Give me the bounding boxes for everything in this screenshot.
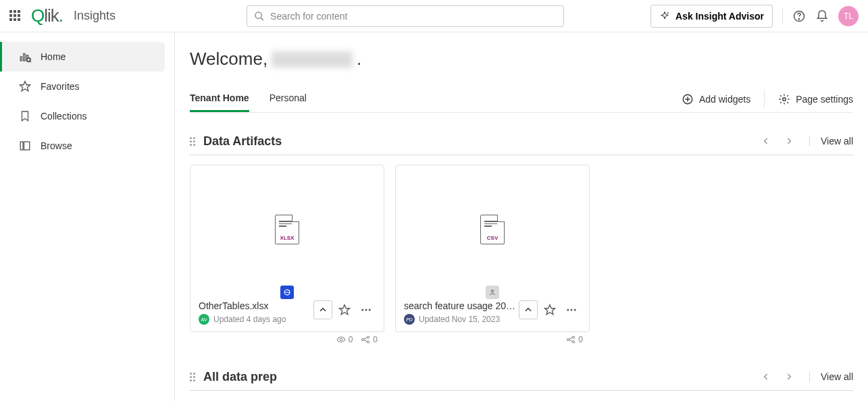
app-section-title: Insights <box>74 9 116 23</box>
owner-avatar-icon: PD <box>404 314 415 325</box>
chevron-right-icon <box>784 372 794 381</box>
more-icon <box>565 304 578 316</box>
card-updated: Updated Nov 15, 2023 <box>419 315 500 324</box>
chevron-up-icon <box>524 305 533 315</box>
notifications-button[interactable] <box>815 9 829 23</box>
card-preview: CSV <box>396 165 589 294</box>
search-box[interactable] <box>247 5 564 27</box>
welcome-username-redacted <box>272 51 353 68</box>
browse-icon <box>19 140 31 152</box>
search-input[interactable] <box>270 11 557 22</box>
usage-count: 0 <box>361 335 378 344</box>
lineage-icon <box>566 335 576 344</box>
card-footer: 0 <box>395 332 590 348</box>
more-button[interactable] <box>562 300 581 319</box>
sidebar: Home Favorites Collections Browse <box>0 32 175 401</box>
svg-rect-6 <box>24 54 25 61</box>
help-icon <box>792 9 806 23</box>
ask-button-label: Ask Insight Advisor <box>675 11 764 22</box>
svg-point-25 <box>367 336 369 338</box>
artifact-card[interactable]: CSV search feature usage 2023.cs PD <box>395 165 590 332</box>
svg-point-27 <box>492 290 494 292</box>
file-xlsx-icon: XLSX <box>275 215 299 244</box>
search-icon <box>254 11 265 22</box>
more-button[interactable] <box>357 300 376 319</box>
favorite-button[interactable] <box>540 300 559 319</box>
view-all-link[interactable]: View all <box>809 371 853 382</box>
page-settings-button[interactable]: Page settings <box>778 93 853 105</box>
sidebar-item-favorites[interactable]: Favorites <box>0 72 165 101</box>
sidebar-item-collections[interactable]: Collections <box>0 101 165 131</box>
space-badge-icon <box>486 286 499 299</box>
chevron-up-icon <box>318 305 328 315</box>
main-content: Welcome, . Tenant Home Personal Add widg… <box>175 32 868 401</box>
sidebar-item-home[interactable]: Home <box>0 42 165 72</box>
drag-handle-icon[interactable] <box>190 137 199 146</box>
user-avatar[interactable]: TL <box>838 6 859 26</box>
tab-tenant-home[interactable]: Tenant Home <box>190 86 249 112</box>
welcome-heading: Welcome, . <box>190 49 853 70</box>
svg-point-29 <box>567 309 569 311</box>
svg-point-20 <box>361 309 363 311</box>
page-settings-label: Page settings <box>796 94 853 105</box>
svg-point-30 <box>571 309 573 311</box>
svg-marker-19 <box>340 305 350 315</box>
home-chart-icon <box>19 51 31 63</box>
prev-button[interactable] <box>757 367 775 386</box>
card-updated: Updated 4 days ago <box>213 315 286 324</box>
add-widgets-button[interactable]: Add widgets <box>682 93 750 105</box>
bookmark-icon <box>19 110 31 122</box>
gear-icon <box>778 93 790 105</box>
qlik-logo-icon: Qlik. <box>31 5 63 26</box>
view-all-link[interactable]: View all <box>809 136 853 146</box>
sidebar-item-label: Home <box>41 51 66 62</box>
sidebar-item-browse[interactable]: Browse <box>0 131 165 161</box>
card-preview: XLSX <box>190 165 384 294</box>
welcome-prefix: Welcome, <box>190 49 267 70</box>
star-icon <box>544 304 556 316</box>
expand-button[interactable] <box>519 300 538 319</box>
section-title: Data Artifacts <box>203 134 282 149</box>
svg-marker-28 <box>545 305 555 315</box>
ask-insight-advisor-button[interactable]: Ask Insight Advisor <box>650 5 773 28</box>
tab-personal[interactable]: Personal <box>270 86 307 112</box>
svg-point-4 <box>798 18 799 19</box>
svg-line-10 <box>30 61 32 63</box>
svg-line-1 <box>261 18 263 20</box>
svg-point-21 <box>365 309 367 311</box>
svg-point-17 <box>783 97 786 101</box>
sidebar-item-label: Favorites <box>41 81 80 92</box>
next-button[interactable] <box>780 367 798 386</box>
chevron-left-icon <box>761 372 771 381</box>
star-icon <box>338 304 351 316</box>
logo[interactable]: Qlik. Insights <box>31 5 116 26</box>
svg-rect-12 <box>20 142 23 150</box>
expand-button[interactable] <box>313 300 332 319</box>
svg-point-0 <box>255 12 261 18</box>
favorite-button[interactable] <box>335 300 354 319</box>
svg-point-24 <box>362 339 364 341</box>
next-button[interactable] <box>780 132 798 151</box>
svg-point-23 <box>340 338 342 341</box>
chevron-right-icon <box>784 136 794 146</box>
sidebar-item-label: Collections <box>41 111 86 122</box>
owner-avatar-icon: AV <box>199 314 209 325</box>
drag-handle-icon[interactable] <box>190 373 199 381</box>
star-icon <box>19 80 31 92</box>
artifact-card[interactable]: XLSX OtherTables.xlsx AV Upd <box>190 165 384 332</box>
svg-point-26 <box>367 341 369 343</box>
svg-rect-5 <box>20 57 22 61</box>
prev-button[interactable] <box>757 132 775 151</box>
svg-point-31 <box>574 309 576 311</box>
svg-point-33 <box>573 336 575 338</box>
sidebar-item-label: Browse <box>41 140 72 151</box>
svg-point-34 <box>573 341 575 343</box>
bell-icon <box>815 9 829 23</box>
apps-launcher-icon[interactable] <box>9 10 22 22</box>
file-csv-icon: CSV <box>480 215 505 244</box>
space-badge-icon <box>280 286 294 299</box>
help-button[interactable] <box>792 9 806 23</box>
divider <box>764 91 765 107</box>
svg-rect-13 <box>24 142 30 150</box>
views-count: 0 <box>336 335 353 344</box>
